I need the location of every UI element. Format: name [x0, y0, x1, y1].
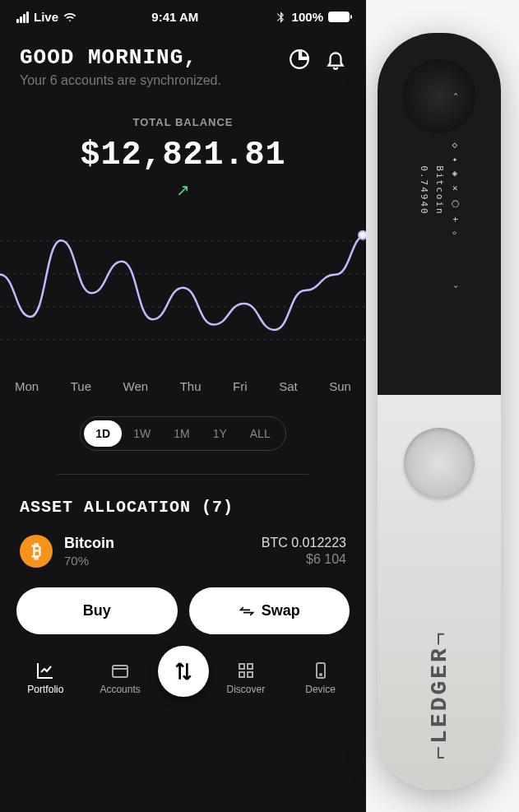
- svg-point-11: [320, 674, 322, 675]
- day-label: Fri: [233, 379, 248, 393]
- battery-icon: [328, 12, 350, 22]
- greeting-title: GOOD MORNING,: [20, 45, 221, 70]
- buy-label: Buy: [83, 602, 111, 619]
- day-label: Thu: [180, 379, 202, 393]
- carrier-label: Live: [34, 10, 58, 24]
- svg-rect-8: [239, 672, 244, 677]
- pie-chart-icon[interactable]: [289, 49, 310, 70]
- header: GOOD MORNING, Your 6 accounts are synchr…: [0, 30, 366, 96]
- signal-icon: [16, 12, 29, 23]
- svg-rect-7: [248, 664, 253, 669]
- day-label: Wen: [123, 379, 149, 393]
- day-label: Sun: [329, 379, 351, 393]
- tab-device[interactable]: Device: [283, 661, 358, 695]
- balance-label: TOTAL BALANCE: [0, 116, 366, 128]
- swap-label: Swap: [262, 602, 300, 619]
- svg-rect-6: [239, 664, 244, 669]
- tab-discover[interactable]: Discover: [209, 661, 284, 695]
- grid-icon: [236, 661, 256, 680]
- transfer-fab[interactable]: [158, 646, 209, 697]
- day-label: Mon: [15, 379, 39, 393]
- greeting-subtitle: Your 6 accounts are synchronized.: [20, 73, 221, 88]
- device-asset-value: 0.74940: [419, 165, 429, 215]
- allocation-title: ASSET ALLOCATION (7): [20, 498, 346, 517]
- range-selector: 1D1W1M1YALL: [80, 416, 285, 451]
- balance-section: TOTAL BALANCE $12,821.81 ↗: [0, 96, 366, 208]
- buy-button[interactable]: Buy: [16, 587, 178, 634]
- tab-bar: Portfolio Accounts Discover Device: [0, 644, 366, 715]
- tab-portfolio[interactable]: Portfolio: [8, 661, 83, 695]
- swap-button[interactable]: Swap: [189, 587, 350, 634]
- wallet-icon: [110, 661, 130, 680]
- range-1y[interactable]: 1Y: [202, 420, 239, 447]
- hardware-wallet: ‹ ◇ ✦ ◈ ✕ ⬡ + ⬨ › Bitcoin 0.74940 ⌐LEDGE…: [378, 33, 501, 790]
- asset-row[interactable]: ₿ Bitcoin 70% BTC 0.012223 $6 104: [20, 517, 346, 568]
- svg-rect-9: [248, 672, 253, 677]
- asset-fiat: $6 104: [262, 552, 346, 567]
- asset-amount: BTC 0.012223: [262, 536, 346, 550]
- balance-amount: $12,821.81: [0, 137, 366, 174]
- asset-pct: 70%: [64, 554, 250, 568]
- bitcoin-icon: ₿: [20, 535, 53, 568]
- device-button-bottom[interactable]: [404, 428, 475, 499]
- bell-icon[interactable]: [325, 49, 346, 70]
- transfer-icon: [173, 661, 194, 682]
- device-brand: ⌐LEDGER¬: [427, 629, 452, 759]
- tab-accounts[interactable]: Accounts: [83, 661, 158, 695]
- range-1d[interactable]: 1D: [84, 420, 122, 447]
- svg-rect-5: [113, 666, 127, 677]
- day-label: Sat: [279, 379, 298, 393]
- device-icon: [311, 661, 331, 680]
- range-1m[interactable]: 1M: [162, 420, 201, 447]
- asset-allocation-section: ASSET ALLOCATION (7) ₿ Bitcoin 70% BTC 0…: [0, 475, 366, 568]
- asset-name: Bitcoin: [64, 535, 250, 552]
- balance-chart[interactable]: [0, 208, 366, 364]
- battery-pct: 100%: [292, 10, 323, 24]
- range-all[interactable]: ALL: [239, 420, 282, 447]
- device-screen: ‹ ◇ ✦ ◈ ✕ ⬡ + ⬨ › Bitcoin 0.74940: [414, 92, 466, 290]
- swap-icon: [239, 603, 255, 619]
- wifi-icon: [63, 11, 76, 24]
- trend-up-icon: ↗: [176, 180, 190, 200]
- device-bottom: ⌐LEDGER¬: [378, 395, 501, 790]
- bluetooth-icon: [274, 11, 287, 24]
- day-label: Tue: [71, 379, 91, 393]
- chart-x-labels: MonTueWenThuFriSatSun: [0, 364, 366, 393]
- device-asset-label: Bitcoin: [434, 165, 445, 215]
- range-1w[interactable]: 1W: [122, 420, 162, 447]
- status-time: 9:41 AM: [151, 10, 198, 24]
- status-bar: Live 9:41 AM 100%: [0, 0, 366, 30]
- device-top: ‹ ◇ ✦ ◈ ✕ ⬡ + ⬨ › Bitcoin 0.74940: [378, 33, 501, 395]
- chart-line-icon: [35, 661, 55, 680]
- action-buttons: Buy Swap: [0, 568, 366, 644]
- phone-frame: Live 9:41 AM 100% GOOD MORNING, Your 6 a…: [0, 0, 366, 812]
- svg-point-4: [359, 231, 366, 239]
